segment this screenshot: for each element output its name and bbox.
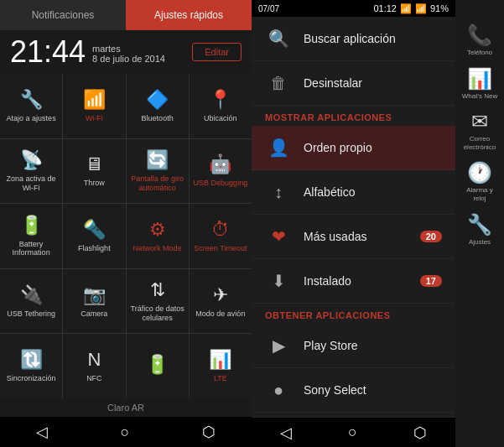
quick-item-7[interactable]: 🤖USB Debugging	[190, 139, 252, 204]
quick-item-14[interactable]: ⇅Tráfico de datos celulares	[127, 269, 189, 334]
quick-item-16[interactable]: 🔃Sincronización	[0, 334, 62, 398]
sidebar-app-icon-2: ✉	[471, 110, 488, 133]
tabs: Notificaciones Ajustes rápidos	[0, 0, 252, 30]
carrier-bar: Claro AR	[0, 398, 252, 417]
sidebar-app-icon-3: 🕐	[467, 161, 492, 185]
quick-item-15[interactable]: ✈Modo de avión	[190, 269, 252, 334]
quick-item-label-1: Wi-Fi	[86, 114, 103, 123]
quick-item-icon-16: 🔃	[20, 349, 43, 371]
list-item-9[interactable]: ●Sony Select	[252, 368, 455, 413]
list-item-8[interactable]: ▶Play Store	[252, 324, 455, 368]
quick-item-10[interactable]: ⚙Network Mode	[127, 204, 189, 268]
list-item-4[interactable]: ↕Alfabético	[252, 170, 455, 215]
quick-item-label-13: Camera	[81, 309, 107, 319]
right-main: 07/07 01:12 📶 📶 91% 🔍Buscar aplicación🗑D…	[252, 0, 455, 447]
status-right: 01:12 📶 📶 91%	[373, 3, 449, 14]
quick-item-icon-10: ⚙	[149, 219, 166, 241]
list-item-3[interactable]: 👤Orden propio	[252, 126, 455, 170]
quick-item-1[interactable]: 📶Wi-Fi	[63, 74, 125, 138]
home-icon-right[interactable]: ○	[348, 424, 357, 441]
quick-item-12[interactable]: 🔌USB Tethering	[0, 269, 62, 334]
sidebar-app-0[interactable]: 📞Teléfono	[458, 20, 501, 60]
quick-item-label-15: Modo de avión	[195, 309, 245, 319]
carrier-name: Claro AR	[107, 403, 144, 413]
list-item-5[interactable]: ❤Más usadas20	[252, 215, 455, 259]
time-display: 21:44 martes 8 de julio de 2014	[10, 37, 165, 67]
quick-item-label-12: USB Tethering	[7, 309, 55, 319]
date-info: martes 8 de julio de 2014	[92, 44, 165, 67]
back-icon-right[interactable]: ◁	[280, 424, 292, 442]
back-icon[interactable]: ◁	[36, 423, 48, 441]
quick-item-label-16: Sincronización	[7, 374, 56, 383]
edit-button[interactable]: Editar	[192, 43, 242, 61]
list-item-1[interactable]: 🗑Desinstalar	[252, 61, 455, 106]
list-item-label-4: Alfabético	[304, 185, 355, 199]
quick-item-18[interactable]: 🔋	[127, 334, 189, 398]
list-item-label-9: Sony Select	[304, 383, 366, 397]
quick-item-5[interactable]: 🖥Throw	[63, 139, 125, 204]
quick-item-label-3: Ubicación	[204, 114, 237, 123]
quick-item-label-2: Bluetooth	[142, 114, 174, 123]
quick-item-9[interactable]: 🔦Flashlight	[63, 204, 125, 268]
quick-item-19[interactable]: 📊LTE	[190, 334, 252, 398]
quick-item-17[interactable]: NNFC	[63, 334, 125, 398]
clock-time: 21:44	[10, 37, 86, 67]
quick-item-label-6: Pantalla de giro automático	[130, 174, 185, 193]
recents-icon-right[interactable]: ⬡	[413, 424, 427, 442]
quick-item-6[interactable]: 🔄Pantalla de giro automático	[127, 139, 189, 204]
list-item-6[interactable]: ⬇Instalado17	[252, 259, 455, 304]
quick-item-label-17: NFC	[86, 374, 102, 383]
right-panel: 07/07 01:12 📶 📶 91% 🔍Buscar aplicación🗑D…	[252, 0, 504, 447]
quick-item-label-8: Battery Information	[3, 240, 59, 258]
sidebar-app-1[interactable]: 📊What's New	[458, 64, 501, 104]
wifi-icon: 📶	[400, 3, 412, 14]
quick-item-label-5: Throw	[84, 179, 105, 188]
list-item-label-6: Instalado	[304, 274, 351, 288]
quick-item-4[interactable]: 📡Zona activa de Wi-Fi	[0, 139, 62, 204]
sidebar-app-label-3: Alarma y reloj	[460, 186, 500, 202]
list-item-badge-5: 20	[420, 231, 442, 242]
app-list: 🔍Buscar aplicación🗑DesinstalarMOSTRAR AP…	[252, 17, 455, 417]
nav-bar-left: ◁ ○ ⬡	[0, 417, 252, 447]
signal-icon: 📶	[415, 3, 427, 14]
sidebar-app-icon-4: 🔧	[467, 213, 492, 236]
quick-item-icon-11: ⏱	[211, 219, 230, 241]
tab-quick-settings[interactable]: Ajustes rápidos	[126, 0, 252, 30]
home-icon[interactable]: ○	[121, 424, 130, 441]
quick-item-label-4: Zona activa de Wi-Fi	[3, 174, 59, 193]
quick-item-icon-0: 🔧	[20, 89, 43, 111]
quick-item-label-9: Flashlight	[78, 244, 111, 253]
quick-item-icon-17: N	[87, 349, 101, 371]
quick-item-icon-12: 🔌	[20, 284, 43, 306]
quick-item-icon-8: 🔋	[20, 215, 43, 236]
list-item-label-0: Buscar aplicación	[304, 32, 396, 45]
list-item-icon-8: ▶	[265, 332, 292, 359]
quick-item-3[interactable]: 📍Ubicación	[190, 74, 252, 138]
quick-item-icon-5: 🖥	[85, 153, 103, 175]
list-item-icon-5: ❤	[265, 223, 292, 250]
tab-notifications[interactable]: Notificaciones	[0, 0, 126, 30]
quick-item-label-10: Network Mode	[133, 244, 182, 253]
quick-item-label-14: Tráfico de datos celulares	[130, 304, 185, 323]
quick-item-2[interactable]: 🔷Bluetooth	[127, 74, 189, 138]
list-item-badge-6: 17	[420, 275, 442, 287]
status-bar: 07/07 01:12 📶 📶 91%	[252, 0, 455, 17]
quick-item-icon-13: 📷	[83, 284, 106, 306]
quick-item-icon-6: 🔄	[146, 149, 169, 171]
recents-icon[interactable]: ⬡	[202, 423, 216, 441]
quick-item-0[interactable]: 🔧Atajo a ajustes	[0, 74, 62, 138]
list-item-0[interactable]: 🔍Buscar aplicación	[252, 17, 455, 61]
quick-item-13[interactable]: 📷Camera	[63, 269, 125, 334]
sidebar-app-3[interactable]: 🕐Alarma y reloj	[458, 158, 501, 205]
list-item-icon-1: 🗑	[265, 70, 292, 96]
quick-item-11[interactable]: ⏱Screen Timeout	[190, 204, 252, 268]
quick-item-icon-1: 📶	[83, 89, 106, 111]
right-sidebar: 📞Teléfono📊What's New✉Correo electrónico🕐…	[455, 0, 504, 447]
sidebar-app-icon-1: 📊	[467, 67, 492, 91]
sidebar-app-4[interactable]: 🔧Ajustes	[458, 210, 501, 250]
sidebar-app-2[interactable]: ✉Correo electrónico	[458, 107, 501, 154]
quick-item-8[interactable]: 🔋Battery Information	[0, 204, 62, 268]
quick-item-label-7: USB Debugging	[194, 179, 248, 188]
sidebar-app-label-2: Correo electrónico	[460, 135, 500, 151]
status-left: 07/07	[258, 4, 279, 13]
